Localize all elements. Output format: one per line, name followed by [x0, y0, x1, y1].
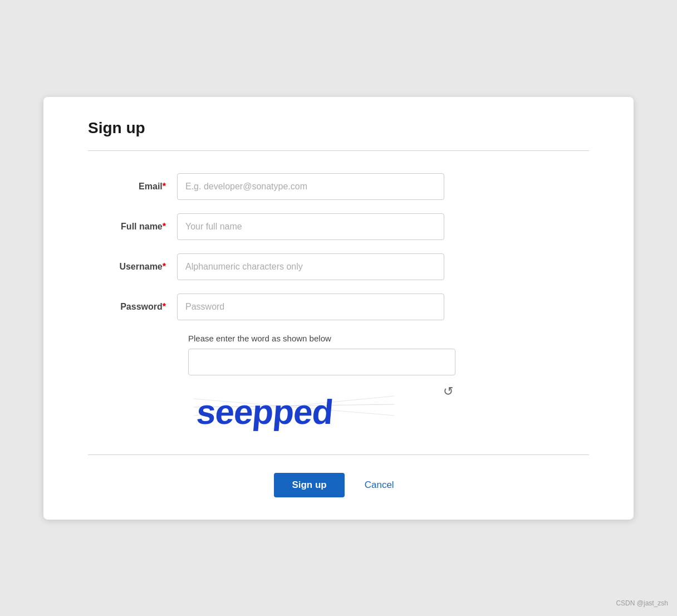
svg-text:seepped: seepped	[195, 393, 335, 431]
fullname-required-star: *	[163, 222, 166, 231]
username-input[interactable]	[177, 253, 444, 280]
password-input[interactable]	[177, 294, 444, 320]
captcha-input-row	[188, 349, 589, 375]
fullname-label: Full name*	[88, 222, 177, 232]
captcha-refresh-icon[interactable]: ↺	[441, 382, 455, 401]
password-label: Password*	[88, 302, 177, 312]
cancel-button[interactable]: Cancel	[356, 473, 403, 497]
signup-dialog: Sign up Email* Full name* Username*	[43, 97, 634, 520]
username-required-star: *	[163, 262, 166, 271]
dialog-footer: Sign up Cancel	[43, 454, 634, 520]
captcha-image-container: seepped ↺	[188, 382, 455, 432]
password-row: Password*	[88, 294, 589, 320]
email-row: Email*	[88, 173, 589, 200]
dialog-title: Sign up	[88, 119, 589, 137]
username-row: Username*	[88, 253, 589, 280]
captcha-svg: seepped	[194, 382, 394, 432]
fullname-row: Full name*	[88, 213, 589, 240]
password-required-star: *	[163, 302, 166, 311]
fullname-input[interactable]	[177, 213, 444, 240]
signup-button[interactable]: Sign up	[274, 473, 344, 497]
captcha-section: Please enter the word as shown below see…	[188, 334, 589, 432]
email-input[interactable]	[177, 173, 444, 200]
dialog-body: Email* Full name* Username* Password*	[43, 151, 634, 454]
email-label: Email*	[88, 182, 177, 192]
captcha-input[interactable]	[188, 349, 455, 375]
watermark: CSDN @jast_zsh	[616, 599, 668, 607]
dialog-header: Sign up	[43, 97, 634, 150]
email-required-star: *	[163, 182, 166, 191]
username-label: Username*	[88, 262, 177, 272]
captcha-instruction: Please enter the word as shown below	[188, 334, 331, 343]
footer-buttons: Sign up Cancel	[88, 473, 589, 497]
captcha-image: seepped	[188, 382, 400, 432]
footer-divider	[88, 454, 589, 455]
